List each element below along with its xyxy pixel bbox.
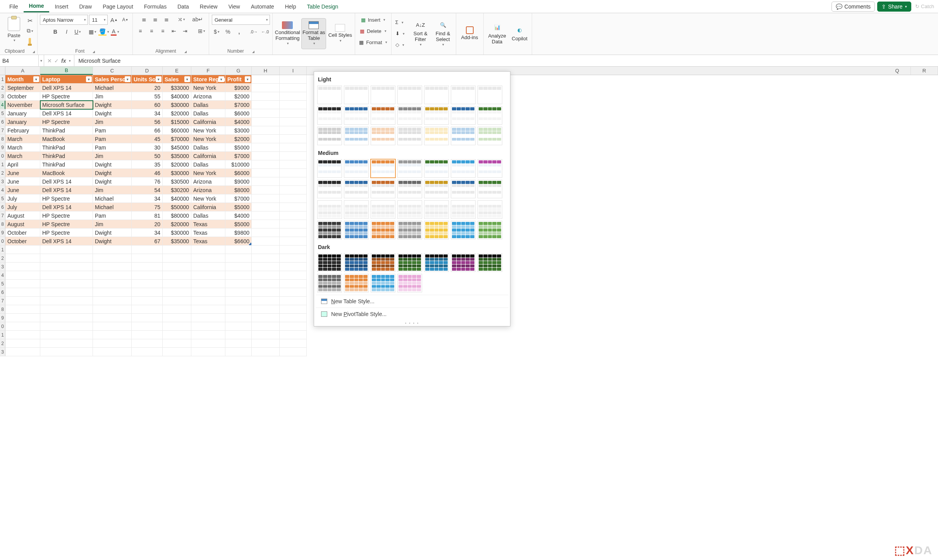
empty-cell[interactable] xyxy=(252,305,280,314)
row-header[interactable]: 2 xyxy=(0,254,5,263)
table-cell[interactable]: Dell XPS 14 xyxy=(40,237,93,246)
table-style-thumbnail[interactable] xyxy=(397,221,422,239)
empty-cell[interactable] xyxy=(280,297,307,305)
empty-cell[interactable] xyxy=(163,280,191,288)
empty-cell[interactable] xyxy=(163,339,191,348)
table-style-thumbnail[interactable] xyxy=(344,127,369,145)
table-style-thumbnail[interactable] xyxy=(397,200,422,219)
increase-decimal-button[interactable]: .0→ xyxy=(249,27,259,36)
empty-cell[interactable] xyxy=(225,280,252,288)
table-style-thumbnail[interactable] xyxy=(344,159,369,178)
table-cell[interactable]: Jim xyxy=(93,186,132,194)
column-header[interactable]: G xyxy=(225,67,252,75)
copilot-button[interactable]: ◐ Copilot xyxy=(510,18,529,49)
empty-cell[interactable] xyxy=(225,305,252,314)
table-cell[interactable]: March xyxy=(5,152,40,160)
table-style-thumbnail[interactable] xyxy=(317,274,342,292)
filter-dropdown-icon[interactable]: ▾ xyxy=(156,76,161,82)
table-cell[interactable]: $45000 xyxy=(163,143,191,152)
table-cell[interactable]: Jim xyxy=(93,220,132,228)
table-cell[interactable]: $60000 xyxy=(163,126,191,135)
empty-cell[interactable] xyxy=(252,143,280,152)
table-cell[interactable]: August xyxy=(5,220,40,228)
fill-button[interactable]: ⬇▾ xyxy=(394,29,406,39)
table-cell[interactable]: January xyxy=(5,109,40,118)
analyze-data-button[interactable]: 📊 Analyze Data xyxy=(486,18,509,49)
table-cell[interactable]: $10000 xyxy=(225,160,252,169)
tab-data[interactable]: Data xyxy=(172,1,194,12)
table-header-cell[interactable]: Profit▾ xyxy=(225,75,252,84)
column-header[interactable]: E xyxy=(163,67,191,75)
table-cell[interactable]: August xyxy=(5,211,40,220)
increase-indent-button[interactable]: ⇥ xyxy=(180,26,190,36)
empty-cell[interactable] xyxy=(191,348,225,356)
empty-cell[interactable] xyxy=(280,92,307,101)
empty-cell[interactable] xyxy=(132,331,163,339)
row-header[interactable]: 1 xyxy=(0,160,5,169)
table-cell[interactable]: California xyxy=(191,118,225,126)
row-header[interactable]: 2 xyxy=(0,339,5,348)
table-style-thumbnail[interactable] xyxy=(397,86,422,104)
share-button[interactable]: ⇪ Share ▾ xyxy=(877,2,911,12)
font-name-select[interactable]: Aptos Narrow▾ xyxy=(40,15,88,25)
row-header[interactable]: 1 xyxy=(0,331,5,339)
new-table-style-button[interactable]: New Table Style... xyxy=(316,295,509,307)
table-style-thumbnail[interactable] xyxy=(478,200,502,219)
table-cell[interactable]: October xyxy=(5,237,40,246)
orientation-button[interactable]: ⤭▾ xyxy=(176,15,186,24)
table-style-thumbnail[interactable] xyxy=(478,253,502,272)
table-cell[interactable]: ThinkPad xyxy=(40,126,93,135)
empty-cell[interactable] xyxy=(280,194,307,203)
table-cell[interactable]: Pam xyxy=(93,135,132,143)
align-top-button[interactable]: ≣ xyxy=(139,15,149,24)
empty-cell[interactable] xyxy=(252,254,280,263)
table-style-thumbnail[interactable] xyxy=(451,127,476,145)
table-style-thumbnail[interactable] xyxy=(478,86,502,104)
empty-cell[interactable] xyxy=(280,203,307,211)
row-header[interactable]: 5 xyxy=(0,280,5,288)
empty-cell[interactable] xyxy=(252,288,280,297)
empty-cell[interactable] xyxy=(163,263,191,271)
table-cell[interactable]: $5000 xyxy=(225,143,252,152)
align-bottom-button[interactable]: ≣ xyxy=(161,15,172,24)
empty-cell[interactable] xyxy=(280,331,307,339)
table-style-thumbnail[interactable] xyxy=(397,253,422,272)
table-style-thumbnail[interactable] xyxy=(317,159,342,178)
resize-handle[interactable]: • • • • xyxy=(316,320,509,326)
table-style-thumbnail[interactable] xyxy=(451,180,476,198)
table-cell[interactable]: Texas xyxy=(191,237,225,246)
table-cell[interactable]: Dwight xyxy=(93,160,132,169)
table-cell[interactable]: March xyxy=(5,135,40,143)
empty-cell[interactable] xyxy=(280,314,307,322)
table-style-thumbnail[interactable] xyxy=(451,221,476,239)
table-style-thumbnail[interactable] xyxy=(371,127,395,145)
empty-cell[interactable] xyxy=(280,84,307,92)
table-cell[interactable]: Arizona xyxy=(191,177,225,186)
empty-cell[interactable] xyxy=(225,254,252,263)
empty-cell[interactable] xyxy=(5,246,40,254)
empty-cell[interactable] xyxy=(252,194,280,203)
empty-cell[interactable] xyxy=(252,246,280,254)
empty-cell[interactable] xyxy=(225,314,252,322)
empty-cell[interactable] xyxy=(225,322,252,331)
empty-cell[interactable] xyxy=(132,297,163,305)
table-style-thumbnail[interactable] xyxy=(344,180,369,198)
table-style-thumbnail[interactable] xyxy=(478,180,502,198)
catchup-button[interactable]: ↻ Catch xyxy=(915,3,934,9)
empty-cell[interactable] xyxy=(280,237,307,246)
table-cell[interactable]: $5000 xyxy=(225,220,252,228)
table-cell[interactable]: HP Spectre xyxy=(40,118,93,126)
row-header[interactable]: 5 xyxy=(0,194,5,203)
table-style-thumbnail[interactable] xyxy=(371,159,395,178)
empty-cell[interactable] xyxy=(191,271,225,280)
empty-cell[interactable] xyxy=(5,280,40,288)
table-cell[interactable]: 34 xyxy=(132,228,163,237)
tab-insert[interactable]: Insert xyxy=(49,1,74,12)
table-style-thumbnail[interactable] xyxy=(451,106,476,125)
table-style-thumbnail[interactable] xyxy=(344,86,369,104)
font-color-button[interactable]: A▾ xyxy=(110,27,120,36)
table-cell[interactable]: $3000 xyxy=(225,126,252,135)
table-style-thumbnail[interactable] xyxy=(478,106,502,125)
empty-cell[interactable] xyxy=(252,160,280,169)
empty-cell[interactable] xyxy=(40,271,93,280)
